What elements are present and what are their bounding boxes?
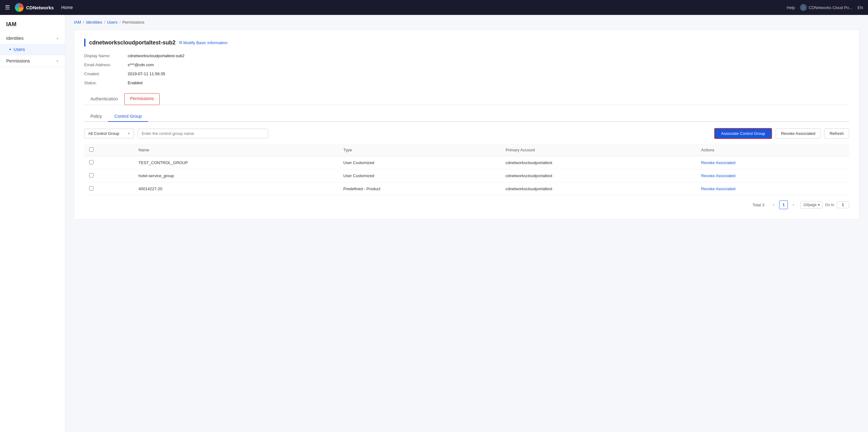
created-label: Created: (84, 71, 128, 77)
user-label: CDNetworks Cloud Po... (809, 5, 852, 10)
per-page-chevron: ▾ (818, 203, 820, 207)
per-page-select[interactable]: 10/page ▾ (800, 201, 822, 209)
row-checkbox[interactable] (89, 186, 94, 190)
row-action-cell: Revoke Associated (696, 156, 849, 169)
control-group-table: Name Type Primary Account Actions TEST_C… (84, 144, 849, 195)
col-checkbox (84, 144, 133, 156)
sidebar-group-permissions: Permissions ∨ (0, 55, 65, 67)
sub-tab-policy[interactable]: Policy (84, 111, 108, 122)
breadcrumb-sep-3: / (119, 20, 121, 25)
info-grid: Display Name: cdnetworkscloudportaltest-… (84, 53, 849, 86)
user-name: cdnetworkscloudportaltest-sub2 (89, 39, 176, 46)
col-actions: Actions (696, 144, 849, 156)
tab-authentication[interactable]: Authentication (84, 93, 124, 105)
language-selector[interactable]: EN (858, 5, 863, 10)
revoke-action-link[interactable]: Revoke Associated (701, 186, 736, 191)
breadcrumb-identities[interactable]: Identities (86, 20, 102, 25)
display-name-label: Display Name: (84, 53, 128, 59)
user-header: cdnetworkscloudportaltest-sub2 ⧉ Modify … (84, 38, 849, 47)
sidebar: IAM Identities ∧ Users Permissions ∨ (0, 15, 65, 432)
sidebar-item-users[interactable]: Users (0, 44, 65, 55)
breadcrumb-iam[interactable]: IAM (74, 20, 81, 25)
sidebar-group-permissions-label: Permissions (6, 58, 30, 63)
table-toolbar: All Control Group ▾ Associate Control Gr… (84, 128, 849, 139)
row-checkbox-cell (84, 182, 133, 195)
next-page-button[interactable]: › (789, 200, 798, 209)
row-action-cell: Revoke Associated (696, 169, 849, 182)
help-link[interactable]: Help (786, 5, 795, 10)
pagination: Total 3 ‹ 1 › 10/page ▾ Go to (84, 195, 849, 210)
page-nav: ‹ 1 › (769, 200, 798, 209)
breadcrumb-current: Permissions (122, 20, 145, 25)
user-detail-card: cdnetworkscloudportaltest-sub2 ⧉ Modify … (74, 30, 859, 219)
row-primary-account: cdnetworkscloudportaltest (500, 182, 696, 195)
email-value: s***@cdn.com (128, 62, 849, 68)
sidebar-item-users-label: Users (14, 47, 25, 52)
table-header-row: Name Type Primary Account Actions (84, 144, 849, 156)
row-type: User Customized (338, 169, 500, 182)
top-navigation: ☰ CDNetworks Home Help 👤 CDNetworks Clou… (0, 0, 868, 15)
revoke-associated-button[interactable]: Revoke Associated (776, 128, 821, 138)
breadcrumb-sep-2: / (104, 20, 105, 25)
user-info[interactable]: 👤 CDNetworks Cloud Po... (800, 4, 852, 11)
table-row: hotel-service_group User Customized cdne… (84, 169, 849, 182)
top-nav-right: Help 👤 CDNetworks Cloud Po... EN (786, 4, 863, 11)
status-value: Enabled (128, 80, 849, 86)
row-type: Predefined - Product (338, 182, 500, 195)
chevron-down-icon: ▾ (128, 131, 130, 135)
chevron-down-icon: ∨ (56, 59, 59, 63)
row-primary-account: cdnetworkscloudportaltest (500, 156, 696, 169)
user-avatar: 👤 (800, 4, 807, 11)
sidebar-group-permissions-header[interactable]: Permissions ∨ (0, 55, 65, 66)
dropdown-label: All Control Group (88, 131, 119, 136)
current-page[interactable]: 1 (779, 200, 788, 209)
revoke-action-link[interactable]: Revoke Associated (701, 174, 736, 178)
row-type: User Customized (338, 156, 500, 169)
per-page-label: 10/page (803, 203, 816, 207)
control-group-filter-dropdown[interactable]: All Control Group ▾ (84, 129, 134, 138)
main-content: IAM / Identities / Users / Permissions c… (65, 15, 868, 432)
prev-page-button[interactable]: ‹ (769, 200, 778, 209)
row-primary-account: cdnetworkscloudportaltest (500, 169, 696, 182)
table-row: TEST_CONTROL_GROUP User Customized cdnet… (84, 156, 849, 169)
revoke-action-link[interactable]: Revoke Associated (701, 160, 736, 165)
created-value: 2019-07-11 11:56:35 (128, 71, 849, 77)
edit-icon: ⧉ (179, 40, 182, 45)
search-input[interactable] (137, 129, 268, 138)
user-header-bar (84, 38, 86, 47)
row-name: hotel-service_group (133, 169, 338, 182)
row-action-cell: Revoke Associated (696, 182, 849, 195)
row-checkbox-cell (84, 156, 133, 169)
sidebar-title: IAM (0, 21, 65, 33)
table-row: 40014227-20 Predefined - Product cdnetwo… (84, 182, 849, 195)
logo-circle-icon (15, 3, 24, 12)
home-link[interactable]: Home (61, 5, 73, 10)
display-name-value: cdnetworkscloudportaltest-sub2 (128, 53, 849, 59)
breadcrumb-users[interactable]: Users (107, 20, 118, 25)
status-label: Status: (84, 80, 128, 86)
row-checkbox[interactable] (89, 160, 94, 164)
sidebar-group-identities-header[interactable]: Identities ∧ (0, 33, 65, 44)
select-all-checkbox[interactable] (89, 147, 94, 152)
email-label: Email Address: (84, 62, 128, 68)
pagination-total: Total 3 (752, 203, 764, 207)
refresh-button[interactable]: Refresh (824, 128, 849, 138)
sub-tab-control-group[interactable]: Control Group (108, 111, 148, 122)
row-name: TEST_CONTROL_GROUP (133, 156, 338, 169)
goto-input[interactable] (837, 202, 849, 208)
col-type: Type (338, 144, 500, 156)
row-checkbox[interactable] (89, 173, 94, 178)
tab-permissions[interactable]: Permissions (124, 93, 160, 105)
modify-link[interactable]: ⧉ Modify Basic Information (179, 40, 227, 45)
col-primary-account: Primary Account (500, 144, 696, 156)
row-checkbox-cell (84, 169, 133, 182)
col-name: Name (133, 144, 338, 156)
logo: CDNetworks (15, 3, 54, 12)
sidebar-group-identities-label: Identities (6, 36, 24, 41)
menu-icon[interactable]: ☰ (5, 4, 10, 11)
brand-name: CDNetworks (26, 5, 54, 10)
main-tabs: Authentication Permissions (84, 93, 849, 105)
associate-control-group-button[interactable]: Associate Control Group (714, 128, 772, 139)
breadcrumb-sep-1: / (83, 20, 84, 25)
row-name: 40014227-20 (133, 182, 338, 195)
